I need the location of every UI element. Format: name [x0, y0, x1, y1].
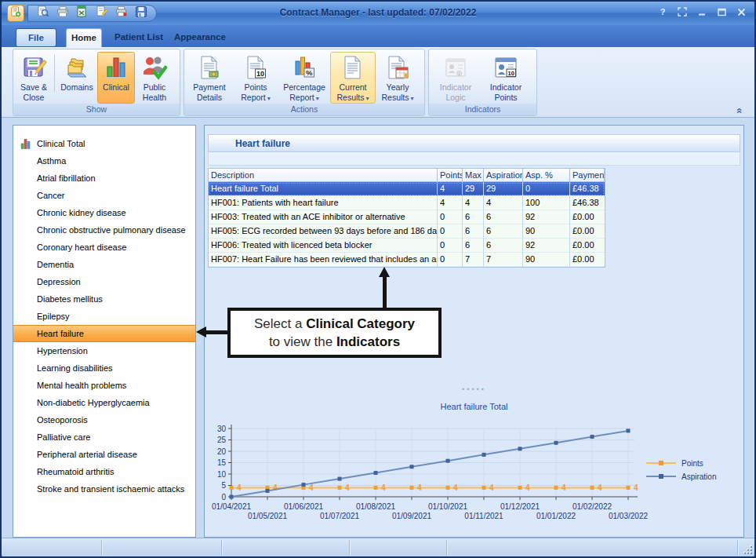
sidebar-item[interactable]: Diabetes mellitus [13, 290, 195, 308]
results-chart: 05101520253001/04/202101/05/202101/06/20… [205, 414, 743, 532]
sidebar-item[interactable]: Dementia [13, 256, 195, 273]
cell-points: 0 [438, 239, 463, 253]
cell-max: 6 [463, 239, 484, 253]
table-row-selected[interactable]: Heart failure Total 4 29 29 0 £46.38 [209, 182, 605, 196]
bar-chart-icon [103, 54, 129, 81]
svg-text:4: 4 [453, 483, 458, 492]
callout-arrow-up-line [383, 277, 387, 308]
close-button[interactable] [736, 7, 747, 17]
points-report-button[interactable]: 10 Points Report▾ [233, 52, 278, 104]
percentage-report-button[interactable]: % Percentage Report▾ [278, 52, 330, 104]
cell-asp-pct: 100 [523, 196, 570, 210]
clinical-button[interactable]: Clinical [97, 52, 135, 104]
cell-payment: £46.38 [570, 182, 605, 196]
resize-grip[interactable] [743, 545, 752, 554]
title-bar: Contract Manager - last updated: 07/02/2… [2, 2, 754, 25]
status-divider [101, 540, 102, 555]
column-header-max[interactable]: Max [463, 169, 484, 182]
cell-max: 6 [463, 210, 484, 224]
sidebar-item[interactable]: Atrial fibrillation [13, 170, 195, 187]
table-row[interactable]: HF006: Treated with licenced beta blocke… [209, 239, 605, 253]
table-row[interactable]: HF005: ECG recorded between 93 days befo… [209, 224, 605, 239]
sidebar-item[interactable]: Non-diabetic Hyperglycaemia [13, 394, 195, 411]
save-and-close-button[interactable]: Save & Close [15, 52, 53, 104]
maximize-icon [718, 5, 726, 20]
svg-text:01/08/2021: 01/08/2021 [356, 502, 395, 511]
sidebar-item-clinical-total[interactable]: Clinical Total [13, 135, 195, 152]
cell-points: 4 [438, 196, 463, 210]
sidebar-item[interactable]: Mental health problems [13, 377, 195, 394]
sidebar-item[interactable]: Peripheral arterial disease [13, 446, 195, 463]
cell-payment: £0.00 [570, 210, 605, 224]
sidebar-item[interactable]: Palliative care [13, 429, 195, 446]
indicator-logic-icon: i [442, 54, 469, 81]
sidebar-item-label: Clinical Total [37, 139, 85, 148]
minimize-button[interactable] [696, 7, 707, 17]
column-header-payment[interactable]: Payment [570, 169, 605, 182]
cell-description: HF001: Patients with heart failure [209, 196, 438, 210]
svg-text:01/06/2021: 01/06/2021 [284, 502, 323, 511]
button-label-line2: Results [381, 93, 409, 102]
splitter-handle[interactable]: ••••• [205, 386, 743, 392]
indicator-points-button[interactable]: 10 Indicator Points [481, 52, 531, 104]
sidebar-item[interactable]: Asthma [13, 152, 195, 170]
ribbon-group-actions: Payment Details 10 Points Report▾ % Perc… [184, 49, 425, 116]
domains-button[interactable]: Domains [56, 52, 97, 104]
tab-file[interactable]: File [16, 28, 56, 47]
payment-document-icon [196, 54, 223, 81]
column-header-aspiration[interactable]: Aspiration [484, 169, 523, 182]
table-row[interactable]: HF003: Treated with an ACE inhibitor or … [209, 210, 605, 224]
yearly-results-button[interactable]: Yearly Results▾ [376, 52, 420, 104]
status-divider [349, 540, 350, 555]
ribbon: Save & Close Domains Clinical Public Hea… [2, 47, 754, 118]
results-document-icon [340, 54, 366, 81]
tab-home[interactable]: Home [66, 28, 102, 47]
sidebar-item[interactable]: Learning disabilities [13, 359, 195, 377]
svg-text:01/10/2021: 01/10/2021 [428, 502, 467, 511]
dropdown-arrow-icon: ▾ [316, 95, 319, 102]
sidebar-item-heart-failure-selected[interactable]: Heart failure [13, 325, 195, 342]
tab-appearance[interactable]: Appearance [174, 28, 224, 47]
callout-arrow-left-line [206, 330, 228, 334]
callout-box: Select a Clinical Category to view the I… [227, 308, 442, 358]
ribbon-tab-row: File Home Patient List Appearance [2, 25, 754, 47]
column-header-points[interactable]: Points [438, 169, 463, 182]
sidebar-item[interactable]: Coronary heart disease [13, 239, 195, 256]
help-button[interactable]: ? [657, 7, 668, 17]
maximize-button[interactable] [716, 7, 727, 17]
sidebar-item[interactable]: Chronic kidney disease [13, 204, 195, 221]
column-header-asp-pct[interactable]: Asp. % [523, 169, 570, 182]
button-label-line1: Indicator [440, 82, 471, 93]
column-header-description[interactable]: Description [209, 169, 438, 182]
svg-text:4: 4 [345, 483, 350, 492]
svg-text:01/11/2021: 01/11/2021 [464, 512, 503, 520]
resize-button[interactable] [677, 7, 688, 17]
table-row[interactable]: HF007: Heart Failure has been reviewed t… [209, 253, 605, 267]
payment-details-button[interactable]: Payment Details [186, 52, 233, 104]
svg-text:01/05/2021: 01/05/2021 [248, 512, 287, 520]
cell-asp-pct: 92 [523, 210, 570, 224]
window-title: Contract Manager - last updated: 07/02/2… [2, 7, 754, 18]
svg-text:15: 15 [217, 458, 227, 467]
cell-description: HF003: Treated with an ACE inhibitor or … [209, 210, 438, 224]
cell-payment: £0.00 [570, 224, 605, 239]
sidebar-item[interactable]: Stroke and transient ischaemic attacks [13, 480, 195, 498]
tab-patient-list[interactable]: Patient List [108, 28, 169, 47]
table-row[interactable]: HF001: Patients with heart failure 4 4 4… [209, 196, 605, 210]
sidebar-item[interactable]: Epilepsy [13, 308, 195, 325]
svg-text:4: 4 [381, 483, 386, 492]
sidebar-item[interactable]: Cancer [13, 187, 195, 204]
sidebar-item[interactable]: Chronic obstructive pulmonary disease [13, 221, 195, 239]
button-label-line2: Points [494, 93, 517, 103]
cell-description: Heart failure Total [209, 182, 438, 196]
sidebar-item[interactable]: Osteoporosis [13, 411, 195, 429]
button-label-line2: Health [143, 93, 166, 103]
cell-asp-pct: 92 [523, 239, 570, 253]
sidebar-item[interactable]: Hypertension [13, 342, 195, 359]
collapse-ribbon-button[interactable]: « [735, 108, 743, 113]
current-results-button[interactable]: Current Results▾ [330, 52, 376, 104]
public-health-button[interactable]: Public Health [135, 52, 174, 104]
cell-asp-pct: 90 [523, 253, 570, 267]
sidebar-item[interactable]: Rheumatoid arthritis [13, 463, 195, 480]
sidebar-item[interactable]: Depression [13, 273, 195, 290]
